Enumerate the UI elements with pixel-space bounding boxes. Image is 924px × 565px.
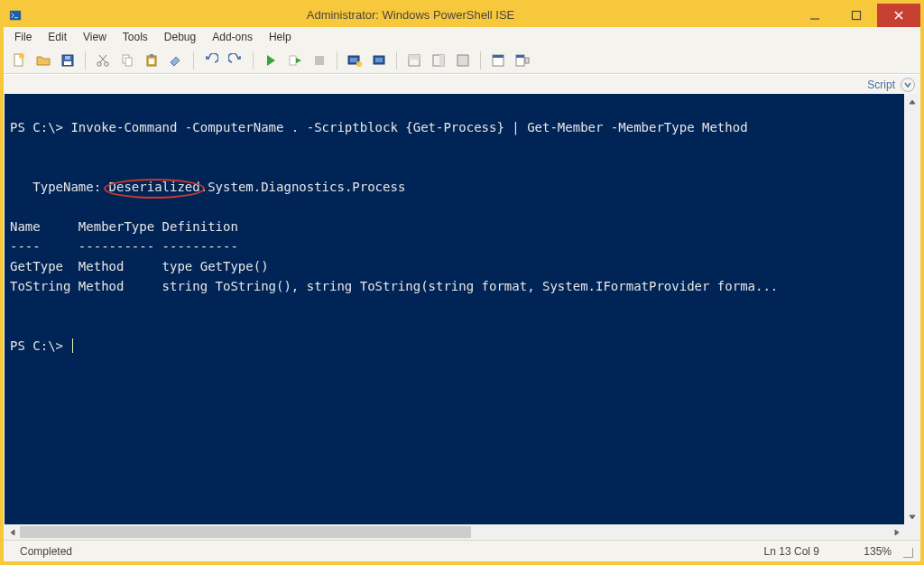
svg-point-23 (356, 61, 362, 67)
scroll-down-icon[interactable] (904, 509, 919, 524)
show-command-addon-icon[interactable] (511, 49, 534, 72)
resize-grip-icon[interactable] (901, 545, 913, 558)
svg-rect-25 (375, 58, 383, 62)
prompt-line: PS C:\> (10, 338, 73, 353)
scrollbar-track[interactable] (471, 524, 889, 540)
zoom-level: 135% (828, 545, 901, 558)
svg-point-6 (19, 53, 24, 59)
redo-icon[interactable] (224, 49, 247, 72)
toolbar-separator (253, 51, 254, 69)
remote-session-icon[interactable] (367, 49, 391, 72)
svg-point-10 (97, 61, 101, 65)
menu-file[interactable]: File (7, 29, 39, 45)
horizontal-scrollbar[interactable] (5, 524, 919, 540)
menubar: File Edit View Tools Debug Add-ons Help (4, 27, 920, 47)
svg-rect-17 (150, 54, 153, 57)
titlebar: Administrator: Windows PowerShell ISE (4, 4, 920, 27)
toolbar-separator (337, 51, 337, 69)
clear-icon[interactable] (164, 49, 188, 72)
stop-icon[interactable] (308, 49, 331, 72)
typename-line: TypeName: Deserialized.System.Diagnostic… (10, 180, 405, 194)
status-text: Completed (11, 545, 81, 558)
menu-edit[interactable]: Edit (41, 29, 74, 45)
scrollbar-thumb[interactable] (20, 526, 471, 538)
run-selection-icon[interactable] (283, 49, 307, 72)
svg-rect-8 (64, 61, 71, 65)
svg-line-12 (100, 55, 106, 62)
svg-rect-9 (65, 56, 70, 60)
console-pane[interactable]: PS C:\> Invoke-Command -ComputerName . -… (5, 94, 919, 524)
menu-help[interactable]: Help (262, 29, 299, 45)
svg-rect-19 (290, 56, 296, 65)
new-remote-tab-icon[interactable] (343, 49, 366, 72)
vertical-scrollbar[interactable] (904, 94, 919, 524)
chevron-down-icon[interactable] (901, 78, 915, 92)
toolbar-separator (396, 51, 397, 69)
cursor-position: Ln 13 Col 9 (755, 545, 828, 558)
script-pane-label: Script (867, 79, 895, 91)
close-button[interactable] (877, 4, 920, 27)
svg-rect-22 (350, 58, 357, 62)
scroll-left-icon[interactable] (5, 524, 20, 540)
table-row: ToString Method string ToString(), strin… (10, 279, 778, 293)
maximize-button[interactable] (836, 4, 877, 27)
svg-point-11 (105, 61, 108, 65)
menu-tools[interactable]: Tools (116, 29, 155, 45)
scrollbar-corner (904, 524, 919, 540)
svg-line-13 (99, 55, 106, 62)
svg-rect-15 (125, 58, 132, 66)
scroll-right-icon[interactable] (889, 524, 904, 540)
save-icon[interactable] (56, 49, 79, 72)
minimize-button[interactable] (794, 4, 836, 27)
svg-rect-30 (457, 55, 468, 66)
svg-rect-2 (853, 12, 861, 20)
window-controls (794, 4, 920, 27)
window-title: Administrator: Windows PowerShell ISE (27, 4, 794, 27)
app-window: Administrator: Windows PowerShell ISE Fi… (0, 0, 924, 565)
menu-view[interactable]: View (76, 29, 114, 45)
typename-highlight: Deserialized (109, 180, 200, 194)
svg-rect-20 (315, 56, 324, 65)
console-line: PS C:\> Invoke-Command -ComputerName . -… (10, 120, 748, 134)
svg-rect-27 (409, 55, 420, 60)
statusbar: Completed Ln 13 Col 9 135% (4, 540, 920, 561)
caret-icon (72, 338, 73, 353)
cut-icon[interactable] (91, 49, 115, 72)
toolbar-separator (85, 51, 86, 69)
layout-side-icon[interactable] (427, 49, 450, 72)
svg-rect-18 (149, 59, 154, 64)
run-icon[interactable] (259, 49, 282, 72)
svg-rect-0 (10, 11, 21, 21)
show-command-icon[interactable] (486, 49, 510, 72)
toolbar-separator (193, 51, 194, 69)
toolbar (4, 47, 920, 74)
toolbar-separator (480, 51, 481, 69)
svg-rect-29 (439, 55, 444, 66)
table-rule: ---- ---------- ---------- (10, 239, 238, 254)
open-file-icon[interactable] (32, 49, 55, 72)
app-icon (4, 4, 27, 27)
scroll-up-icon[interactable] (904, 94, 919, 109)
svg-rect-32 (493, 55, 504, 58)
script-pane-header[interactable]: Script (4, 74, 920, 94)
undo-icon[interactable] (199, 49, 223, 72)
layout-max-icon[interactable] (451, 49, 475, 72)
new-file-icon[interactable] (7, 49, 31, 72)
layout-script-top-icon[interactable] (402, 49, 426, 72)
svg-rect-34 (516, 55, 524, 58)
menu-debug[interactable]: Debug (157, 29, 203, 45)
copy-icon[interactable] (116, 49, 139, 72)
svg-rect-35 (525, 58, 529, 63)
menu-addons[interactable]: Add-ons (205, 29, 260, 45)
table-header: Name MemberType Definition (10, 219, 238, 234)
paste-icon[interactable] (140, 49, 163, 72)
table-row: GetType Method type GetType() (10, 259, 269, 273)
console-wrap: PS C:\> Invoke-Command -ComputerName . -… (4, 94, 920, 540)
